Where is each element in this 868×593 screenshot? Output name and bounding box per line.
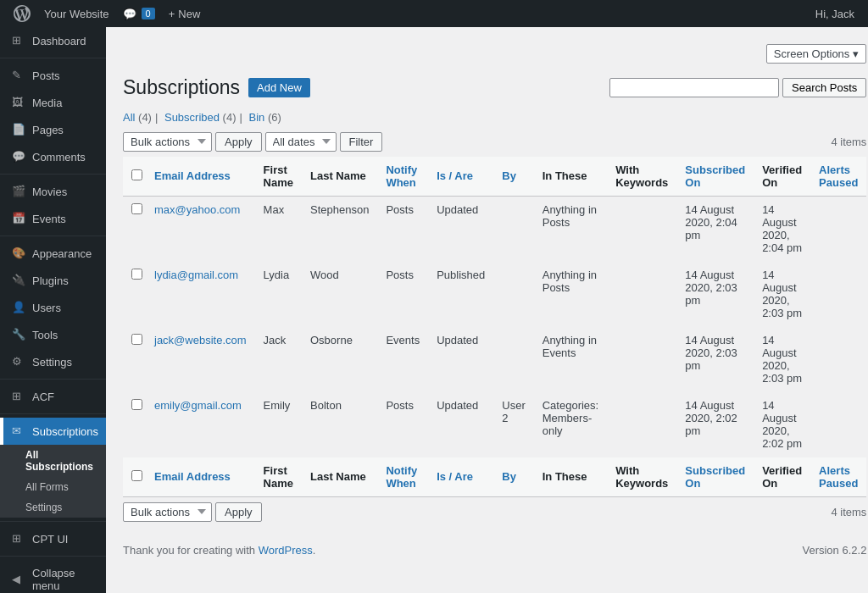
notify-footer-link[interactable]: Notify When [386, 464, 417, 490]
row-checkbox-2[interactable] [131, 334, 142, 345]
new-item[interactable]: + New [162, 0, 208, 27]
sidebar-item-media[interactable]: 🖼 Media [0, 89, 106, 116]
is-are-header: Is / Are [428, 157, 493, 197]
dashboard-icon: ⊞ [12, 34, 25, 47]
sidebar-item-label: Comments [32, 151, 86, 163]
separator: | [155, 111, 158, 124]
notify-when-footer: Notify When [377, 457, 428, 496]
bulk-actions-select-bottom[interactable]: Bulk actions [123, 502, 212, 522]
email-footer-link[interactable]: Email Address [154, 470, 231, 483]
collapse-icon: ◀ [12, 573, 25, 586]
check-all-footer-checkbox[interactable] [131, 470, 142, 481]
with-keywords-header: With Keywords [607, 157, 676, 197]
sidebar-item-subscriptions[interactable]: ✉ Subscriptions [0, 418, 106, 445]
email-link[interactable]: jack@website.com [154, 334, 247, 346]
wp-logo[interactable] [7, 5, 37, 22]
sidebar-item-movies[interactable]: 🎬 Movies [0, 178, 106, 205]
subscribed-on-cell: 14 August 2020, 2:04 pm [676, 196, 754, 261]
sidebar-item-tools[interactable]: 🔧 Tools [0, 321, 106, 348]
subscribed-filter-link[interactable]: Subscribed [161, 111, 220, 124]
alerts-sort-link[interactable]: Alerts Paused [819, 163, 858, 189]
last-name-cell: Bolton [302, 391, 377, 457]
by-sort-link[interactable]: By [502, 169, 516, 182]
last-name-cell: Stephenson [302, 196, 377, 261]
last-name-cell: Osborne [302, 326, 377, 391]
collapse-menu[interactable]: ◀ Collapse menu [0, 560, 106, 593]
with-keywords-cell [607, 391, 676, 457]
is-are-footer-link[interactable]: Is / Are [437, 470, 473, 483]
subscribed-footer-link[interactable]: Subscribed On [685, 464, 745, 490]
sidebar-item-users[interactable]: 👤 Users [0, 294, 106, 321]
version-info: Version 6.2.2 [802, 544, 866, 557]
sidebar-item-events[interactable]: 📅 Events [0, 205, 106, 232]
site-name[interactable]: Your Website [37, 0, 116, 27]
bin-count: (6) [264, 111, 281, 124]
subscribed-count: (4) [220, 111, 236, 124]
subscribed-on-cell: 14 August 2020, 2:03 pm [676, 326, 754, 391]
email-link[interactable]: lydia@gmail.com [154, 269, 238, 281]
sidebar-item-label: Settings [32, 356, 72, 369]
in-these-cell: Categories: Members-only [534, 391, 607, 457]
subscribed-on-cell: 14 August 2020, 2:03 pm [676, 261, 754, 326]
sidebar-item-dashboard[interactable]: ⊞ Dashboard [0, 27, 106, 54]
apply-button-top[interactable]: Apply [215, 132, 262, 152]
with-keywords-cell [607, 196, 676, 261]
submenu-all-subscriptions[interactable]: All Subscriptions [0, 445, 106, 477]
is-are-sort-link[interactable]: Is / Are [437, 169, 473, 182]
first-name-header: First Name [255, 157, 302, 197]
email-cell: lydia@gmail.com [146, 261, 255, 326]
filter-button[interactable]: Filter [340, 132, 383, 152]
verified-on-footer: Verified On [754, 457, 810, 496]
row-checkbox-1[interactable] [131, 269, 142, 280]
subscribed-sort-link[interactable]: Subscribed On [685, 163, 745, 189]
sidebar-item-pages[interactable]: 📄 Pages [0, 116, 106, 143]
sidebar-item-comments[interactable]: 💬 Comments [0, 143, 106, 170]
posts-icon: ✎ [12, 69, 25, 82]
sidebar-item-label: Movies [32, 186, 67, 198]
all-filter-link[interactable]: All [123, 111, 135, 124]
chevron-down-icon: ▾ [853, 47, 859, 60]
sidebar-item-settings[interactable]: ⚙ Settings [0, 348, 106, 375]
apply-button-bottom[interactable]: Apply [215, 502, 262, 522]
submenu-settings[interactable]: Settings [0, 497, 106, 518]
date-filter-select[interactable]: All dates [265, 132, 337, 152]
events-icon: 📅 [12, 212, 25, 225]
bulk-actions-select-top[interactable]: Bulk actions [123, 132, 212, 152]
plugins-icon: 🔌 [12, 274, 25, 287]
top-tablenav: Bulk actions Apply All dates Filter 4 it… [123, 127, 866, 157]
email-sort-link[interactable]: Email Address [154, 169, 231, 182]
check-all-column [123, 157, 146, 197]
sidebar-item-acf[interactable]: ⊞ ACF [0, 383, 106, 410]
sidebar-item-posts[interactable]: ✎ Posts [0, 62, 106, 89]
sidebar-item-appearance[interactable]: 🎨 Appearance [0, 240, 106, 267]
comments-link[interactable]: 💬 0 [116, 0, 162, 27]
row-checkbox-cell [123, 326, 146, 391]
user-greeting[interactable]: Hi, Jack [809, 0, 861, 27]
wordpress-link[interactable]: WordPress [259, 544, 313, 557]
comment-count: 0 [142, 8, 155, 19]
is-are-cell: Updated [428, 196, 493, 261]
row-checkbox-0[interactable] [131, 203, 142, 214]
sidebar-item-plugins[interactable]: 🔌 Plugins [0, 267, 106, 294]
screen-options-button[interactable]: Screen Options ▾ [766, 44, 867, 64]
notify-when-cell: Posts [377, 196, 428, 261]
row-checkbox-3[interactable] [131, 399, 142, 410]
alerts-footer-link[interactable]: Alerts Paused [819, 464, 858, 490]
by-footer-link[interactable]: By [502, 470, 516, 483]
email-link[interactable]: max@yahoo.com [154, 203, 240, 216]
search-input[interactable] [609, 78, 779, 97]
sidebar: ⊞ Dashboard ✎ Posts 🖼 Media 📄 Pages 💬 Co… [0, 27, 106, 593]
subscriptions-icon: ✉ [12, 424, 25, 438]
search-posts-button[interactable]: Search Posts [782, 78, 866, 97]
table-row: max@yahoo.com Max Stephenson Posts Updat… [123, 196, 866, 261]
main-content: Screen Options ▾ Subscriptions Add New S… [106, 27, 868, 593]
bin-filter-link[interactable]: Bin [246, 111, 264, 124]
notify-sort-link[interactable]: Notify When [386, 163, 417, 189]
first-name-cell: Lydia [255, 261, 302, 326]
email-link[interactable]: emily@gmail.com [154, 399, 242, 412]
sidebar-item-cpt-ui[interactable]: ⊞ CPT UI [0, 525, 106, 552]
submenu-all-forms[interactable]: All Forms [0, 477, 106, 497]
add-new-button[interactable]: Add New [248, 78, 310, 97]
email-footer: Email Address [146, 457, 255, 496]
check-all-checkbox[interactable] [131, 169, 142, 180]
